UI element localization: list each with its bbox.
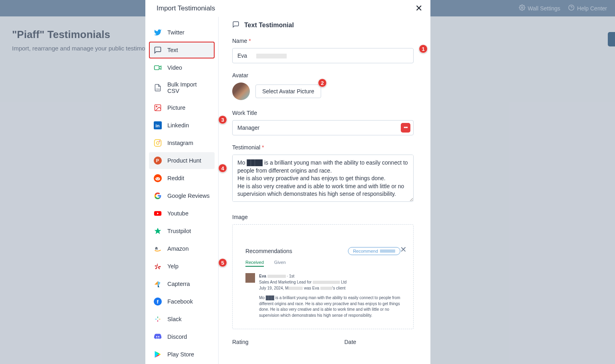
sidebar-item-label: Text [167,47,178,53]
svg-text:in: in [155,123,159,128]
date-label: Date [344,339,356,345]
linkedin-icon: in [154,121,162,129]
source-sidebar: TwitterTextVideoCSVBulk Import CSVPictur… [145,17,219,364]
rec-avatar [245,273,255,283]
work-title-label: Work Title [232,110,414,116]
form-heading: Text Testimonial [232,21,414,30]
annotation-1: 1 [419,44,428,53]
sidebar-item-google[interactable]: Google Reviews [149,187,215,204]
sidebar-item-label: Reddit [167,175,184,181]
rating-label: Rating [232,339,344,345]
chat-icon [232,21,239,30]
svg-text:P: P [156,158,159,163]
recommend-button: Recommend [348,247,400,255]
sidebar-item-label: Facebook [167,298,193,305]
annotation-2: 2 [318,78,327,87]
sidebar-item-label: Play Store [167,351,194,358]
amazon-icon: a [154,245,162,253]
svg-rect-27 [155,319,157,320]
sidebar-item-reddit[interactable]: Reddit [149,170,215,187]
sidebar-item-label: Slack [167,316,181,322]
password-manager-icon[interactable]: ••• [401,123,410,133]
sidebar-item-label: Product Hunt [167,157,201,164]
video-icon [154,64,162,72]
name-label: Name * [232,38,414,44]
sidebar-item-playstore[interactable]: Play Store [149,346,215,363]
sidebar-item-csv[interactable]: CSVBulk Import CSV [149,77,215,99]
sidebar-item-facebook[interactable]: fFacebook [149,293,215,310]
facebook-icon: f [154,298,162,306]
capterra-icon [154,280,162,288]
svg-point-15 [155,177,160,181]
sidebar-item-youtube[interactable]: Youtube [149,205,215,222]
playstore-icon [154,350,162,358]
sidebar-item-capterra[interactable]: Capterra [149,276,215,292]
annotation-5: 5 [218,258,227,267]
rec-title: Recommendations [245,248,292,254]
image-preview: Recommendations Recommend Received Given… [240,244,406,322]
svg-text:f: f [157,299,159,305]
rec-meta: Eva · 1st Sales And Marketing Lead for L… [259,273,347,291]
sidebar-item-amazon[interactable]: aAmazon [149,240,215,257]
testimonial-label: Testimonial * [232,144,414,151]
floating-action-edge[interactable] [608,32,615,46]
svg-rect-28 [157,316,158,318]
svg-rect-30 [157,320,158,322]
avatar-label: Avatar [232,72,414,78]
sidebar-item-label: Twitter [167,29,185,36]
import-modal: Import Testimonials ✕ TwitterTextVideoCS… [145,0,430,364]
work-title-input[interactable] [232,120,414,135]
sidebar-item-twitter[interactable]: Twitter [149,24,215,41]
image-dropzone[interactable]: ✕ Recommendations Recommend Received Giv… [232,224,414,329]
svg-marker-20 [155,228,161,234]
svg-text:a: a [155,245,158,250]
select-avatar-button[interactable]: Select Avatar Picture [255,84,321,98]
remove-image-icon[interactable]: ✕ [400,245,407,254]
sidebar-item-label: Picture [167,105,185,111]
sidebar-item-label: Discord [167,334,187,340]
csv-icon: CSV [154,84,162,92]
sidebar-item-label: Video [167,64,182,71]
testimonial-textarea[interactable]: Mo ████ is a brilliant young man with th… [232,155,414,202]
sidebar-item-instagram[interactable]: Instagram [149,135,215,151]
rec-body: Mo ███ is a brilliant young man with the… [245,295,400,318]
sidebar-item-yelp[interactable]: Yelp [149,258,215,275]
sidebar-item-label: Bulk Import CSV [167,81,210,94]
sidebar-item-linkedin[interactable]: inLinkedin [149,117,215,134]
sidebar-item-label: Amazon [167,245,189,252]
sidebar-item-video[interactable]: Video [149,59,215,76]
picture-icon [154,104,162,112]
sidebar-item-label: Linkedin [167,122,189,129]
sidebar-item-trustpilot[interactable]: Trustpilot [149,223,215,239]
sidebar-item-picture[interactable]: Picture [149,99,215,116]
svg-point-17 [159,178,159,179]
twitter-icon [154,28,162,36]
producthunt-icon: P [154,157,162,165]
sidebar-item-label: Capterra [167,281,190,287]
sidebar-item-label: Instagram [167,140,193,146]
sidebar-item-label: Trustpilot [167,228,191,234]
svg-rect-29 [159,319,161,320]
sidebar-item-text[interactable]: Text [149,42,215,58]
image-label: Image [232,214,414,220]
svg-point-6 [156,106,157,107]
annotation-3: 3 [218,115,227,124]
rec-tabs: Received Given [245,260,400,267]
sidebar-item-discord[interactable]: Discord [149,328,215,345]
google-icon [154,192,162,200]
svg-text:CSV: CSV [156,88,160,90]
avatar-preview [232,82,250,100]
reddit-icon [154,174,162,182]
close-icon[interactable]: ✕ [415,4,422,13]
annotation-4: 4 [218,164,227,173]
trustpilot-icon [154,227,162,235]
text-icon [154,46,162,54]
sidebar-item-slack[interactable]: Slack [149,311,215,328]
slack-icon [154,315,162,323]
sidebar-item-producthunt[interactable]: PProduct Hunt [149,152,215,169]
tab-given: Given [274,260,286,267]
yelp-icon [154,262,162,270]
svg-rect-9 [155,140,161,147]
svg-point-16 [157,178,157,179]
form-panel: Text Testimonial Name * Avatar Select Av… [219,17,430,364]
